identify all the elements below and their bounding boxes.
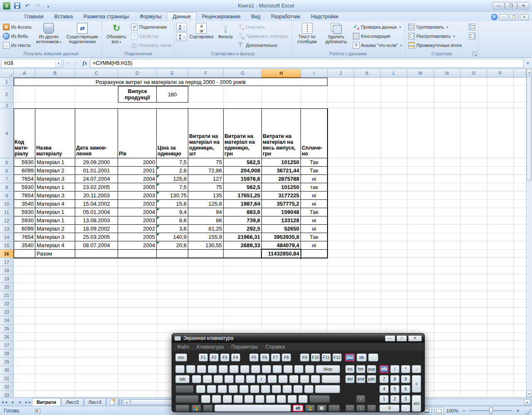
osk-key[interactable] (175, 365, 185, 373)
osk-key[interactable] (196, 385, 205, 393)
osk-key[interactable] (283, 365, 293, 373)
cell-a8[interactable]: 5930 (14, 183, 35, 192)
cell-a14[interactable]: 7654 (14, 233, 35, 241)
cell-h13[interactable]: 52650 (262, 225, 301, 233)
cell-a6[interactable]: 6099 (14, 167, 35, 175)
sheet-tab-vytraty[interactable]: Витрати (32, 398, 61, 406)
cell-b14[interactable]: Матеріал 3 (35, 233, 75, 241)
tab-split-handle[interactable] (119, 399, 122, 405)
scroll-right-icon[interactable]: ► (524, 399, 531, 405)
osk-key-caps[interactable] (175, 385, 194, 393)
cell-h11[interactable]: 159048 (262, 208, 301, 216)
cell-d10[interactable]: 2002 (118, 200, 157, 208)
osk-key-arrow-up[interactable]: ↑ (356, 395, 365, 403)
osk-key-space[interactable] (214, 405, 291, 412)
zoom-slider[interactable] (469, 410, 512, 411)
ribbon-tab-home[interactable]: Главная (19, 12, 49, 21)
row-header-5[interactable]: 5 (0, 158, 14, 167)
column-header-i[interactable]: I (301, 69, 328, 78)
cell-i5[interactable]: Так (301, 158, 328, 167)
osk-key[interactable] (208, 365, 217, 373)
from-access-button[interactable]: Из Access (2, 23, 33, 31)
cell-c13[interactable]: 18.09.2002 (75, 225, 118, 233)
cell-f7[interactable]: 127 (188, 175, 224, 183)
cell-g8[interactable]: 562,5 (224, 183, 262, 192)
osk-menu-file[interactable]: Файл (177, 344, 190, 350)
column-header-e[interactable]: E (157, 69, 188, 78)
osk-key[interactable] (272, 385, 281, 393)
column-header-a[interactable]: A (14, 69, 35, 78)
cell-b15[interactable]: Матеріал 4 (35, 241, 75, 250)
row-header-8[interactable]: 8 (0, 183, 14, 192)
osk-key[interactable] (322, 375, 340, 383)
column-header-p[interactable]: P (487, 69, 514, 78)
row-header-20[interactable]: 20 (0, 283, 14, 291)
cell-e6[interactable]: 2,8 (157, 167, 188, 175)
osk-key-del[interactable]: del (345, 375, 355, 383)
insert-worksheet-button[interactable] (106, 398, 118, 406)
cell-i12[interactable]: ні (301, 216, 328, 225)
osk-key[interactable] (192, 375, 201, 383)
row-header-19[interactable]: 19 (0, 275, 14, 283)
osk-key-lalt[interactable] (203, 405, 213, 412)
osk-key[interactable] (273, 365, 282, 373)
osk-key-numpad-1[interactable]: 1 (379, 395, 389, 403)
sort-asc-button[interactable] (176, 23, 187, 32)
osk-menu-keyboard[interactable]: Клавиатура (197, 344, 224, 350)
from-other-sources-button[interactable]: Из других источников▾ (34, 22, 64, 50)
cell-d8[interactable]: 2005 (118, 183, 157, 192)
osk-key-letter-g[interactable]: г (257, 375, 266, 383)
row-header-18[interactable]: 18 (0, 266, 14, 275)
osk-key-f11[interactable]: F11 (322, 354, 331, 361)
cell-f15[interactable]: 130,55 (188, 241, 224, 250)
cell-g12[interactable]: 739,6 (224, 216, 262, 225)
cell-a5[interactable]: 5930 (14, 158, 35, 167)
column-header-f[interactable]: F (188, 69, 224, 78)
osk-key-arrow-right[interactable]: → (367, 405, 376, 412)
osk-key[interactable] (235, 375, 244, 383)
cell-b13[interactable]: Матеріал 2 (35, 225, 75, 233)
row-header-11[interactable]: 11 (0, 208, 14, 216)
sheet-tab-list2[interactable]: Лист2 (61, 398, 83, 406)
cell-g15[interactable]: 2689,33 (224, 241, 262, 250)
osk-key-hm[interactable]: hm (356, 365, 365, 373)
scroll-left-icon[interactable]: ◄ (123, 399, 130, 405)
clear-button[interactable]: Очистить (236, 23, 289, 31)
vertical-scrollbar[interactable]: ▲ ▼ (526, 69, 532, 397)
cell-c8[interactable]: 23.02.2005 (75, 183, 118, 192)
osk-key-numpad-3[interactable]: 3 (401, 395, 410, 403)
osk-key[interactable] (277, 395, 286, 403)
osk-key[interactable] (251, 365, 260, 373)
cell-c15[interactable]: 08.07.2004 (75, 241, 118, 250)
cell-h7[interactable]: 2875788 (262, 175, 301, 183)
cell-f13[interactable]: 81,25 (188, 225, 224, 233)
group-button[interactable]: Группировать▾ (407, 23, 477, 31)
remove-duplicates-button[interactable]: Удалить дубликаты (322, 22, 351, 50)
cell-g14[interactable]: 21966,31 (224, 233, 262, 241)
cell-e9[interactable]: 130,75 (157, 192, 188, 200)
cell-i8[interactable]: так (301, 183, 328, 192)
cell-i13[interactable]: ні (301, 225, 328, 233)
osk-key-esc[interactable]: esc (175, 354, 187, 361)
ribbon-tab-insert[interactable]: Вставка (49, 12, 79, 21)
cell-d11[interactable]: 2004 (118, 208, 157, 216)
zoom-out-button[interactable]: − (461, 408, 467, 414)
cell-f5[interactable]: 75 (188, 158, 224, 167)
cell-d5[interactable]: 2000 (118, 158, 157, 167)
cell-h12[interactable]: 133128 (262, 216, 301, 225)
osk-key-numpad-9[interactable]: 9 (401, 375, 410, 383)
cell-f16[interactable] (188, 250, 224, 258)
row-header-12[interactable]: 12 (0, 216, 14, 225)
ribbon-tab-page-layout[interactable]: Разметка страницы (78, 12, 134, 21)
cell-b4[interactable]: Назва матеріалу (35, 108, 75, 158)
osk-key-end[interactable]: end (356, 375, 365, 383)
osk-key[interactable] (261, 385, 270, 393)
osk-key[interactable] (255, 395, 264, 403)
cell-h9[interactable]: 3177225 (262, 192, 301, 200)
workbook-restore-button[interactable]: ❐ (510, 14, 518, 20)
cell-g11[interactable]: 883,6 (224, 208, 262, 216)
cell-i7[interactable]: ні (301, 175, 328, 183)
cell-a13[interactable]: 6099 (14, 225, 35, 233)
osk-key-ins[interactable]: ins (345, 365, 355, 373)
osk-key-f5[interactable]: F5 (249, 354, 259, 361)
